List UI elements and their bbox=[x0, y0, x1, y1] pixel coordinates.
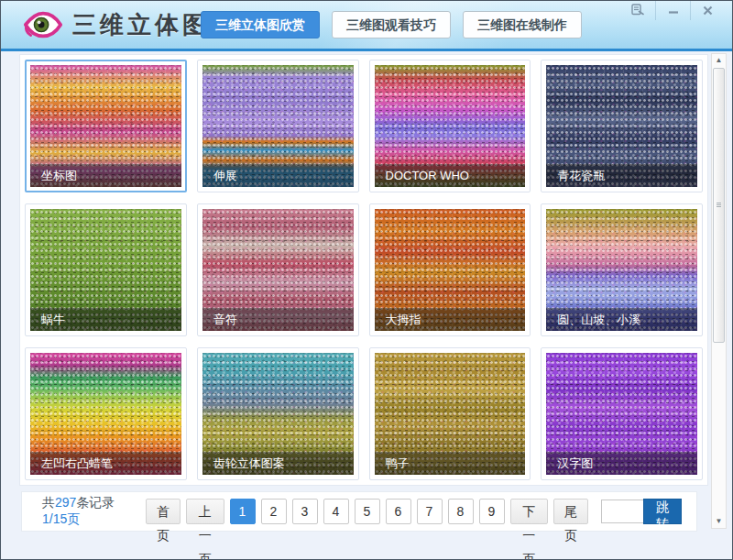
gallery-item-label: 齿轮立体图案 bbox=[202, 452, 354, 475]
pagination-bar: 共297条记录1/15页 首页 上一页 123456789 下一页 尾页 跳转 bbox=[21, 491, 697, 532]
jump-group: 跳转 bbox=[601, 499, 682, 524]
stereogram-thumb: 鸭子 bbox=[375, 353, 526, 475]
window-controls bbox=[620, 1, 725, 20]
gallery-item-label: 音符 bbox=[202, 308, 354, 331]
gallery-item-label: 伸展 bbox=[202, 164, 354, 187]
vertical-scrollbar[interactable]: ▲ ▼ bbox=[711, 53, 727, 529]
stereogram-thumb: 音符 bbox=[202, 209, 354, 331]
gallery-item[interactable]: 左凹右凸蜡笔 bbox=[25, 347, 187, 480]
gallery-item[interactable]: 大拇指 bbox=[369, 203, 531, 336]
titlebar: 三维立体图 三维立体图欣赏 三维图观看技巧 三维图在线制作 bbox=[1, 1, 732, 49]
app-window: { "window": { "title_text": "三维立体图" }, "… bbox=[0, 0, 733, 560]
stereogram-thumb: 伸展 bbox=[202, 65, 354, 187]
gallery-item[interactable]: 蜗牛 bbox=[25, 203, 187, 336]
page-button-4[interactable]: 4 bbox=[323, 499, 349, 524]
page-button-5[interactable]: 5 bbox=[355, 499, 380, 524]
gallery-item-label: DOCTOR WHO bbox=[375, 164, 526, 187]
gallery-panel: 坐标图 伸展 DOCTOR WHO 青花瓷瓶 蜗牛 音符 大拇指 圆、山坡、小溪… bbox=[19, 54, 708, 486]
minimize-button[interactable] bbox=[655, 1, 690, 20]
gallery-item[interactable]: 齿轮立体图案 bbox=[197, 347, 359, 480]
gallery-grid: 坐标图 伸展 DOCTOR WHO 青花瓷瓶 蜗牛 音符 大拇指 圆、山坡、小溪… bbox=[23, 58, 705, 482]
tab-bar: 三维立体图欣赏 三维图观看技巧 三维图在线制作 bbox=[201, 11, 582, 38]
stereogram-thumb: 大拇指 bbox=[375, 209, 526, 331]
tab-online-maker[interactable]: 三维图在线制作 bbox=[463, 11, 582, 38]
stereogram-thumb: 齿轮立体图案 bbox=[202, 353, 354, 475]
page-button-7[interactable]: 7 bbox=[417, 499, 443, 524]
feedback-button[interactable] bbox=[620, 1, 655, 20]
close-button[interactable] bbox=[690, 1, 725, 20]
summary-suffix: 条记录 bbox=[76, 495, 115, 510]
last-page-button[interactable]: 尾页 bbox=[553, 499, 588, 524]
jump-page-input[interactable] bbox=[601, 500, 643, 523]
gallery-item-label: 蜗牛 bbox=[30, 308, 181, 331]
stereogram-thumb: 圆、山坡、小溪 bbox=[546, 209, 697, 331]
gallery-item[interactable]: 鸭子 bbox=[369, 347, 531, 480]
stereogram-thumb: DOCTOR WHO bbox=[375, 65, 526, 187]
notes-icon bbox=[631, 3, 644, 19]
gallery-item[interactable]: DOCTOR WHO bbox=[369, 60, 531, 192]
page-button-1[interactable]: 1 bbox=[230, 499, 256, 524]
pager: 首页 上一页 123456789 下一页 尾页 跳转 bbox=[146, 499, 682, 524]
gallery-item-label: 青花瓷瓶 bbox=[546, 164, 697, 187]
gallery-item-label: 左凹右凸蜡笔 bbox=[30, 452, 181, 475]
scrollbar-grip-icon bbox=[717, 203, 721, 207]
stereogram-thumb: 左凹右凸蜡笔 bbox=[30, 353, 181, 475]
page-button-3[interactable]: 3 bbox=[292, 499, 318, 524]
gallery-item[interactable]: 汉字图 bbox=[541, 347, 703, 480]
scroll-up-arrow-icon[interactable]: ▲ bbox=[712, 54, 726, 67]
scrollbar-thumb[interactable] bbox=[713, 68, 725, 343]
jump-button[interactable]: 跳转 bbox=[643, 499, 682, 524]
gallery-item[interactable]: 圆、山坡、小溪 bbox=[541, 203, 703, 336]
app-logo-eye-icon bbox=[23, 10, 63, 39]
summary-prefix: 共 bbox=[42, 495, 55, 510]
record-count: 297 bbox=[55, 495, 76, 510]
page-number-list: 123456789 bbox=[230, 499, 505, 524]
close-icon bbox=[703, 3, 713, 19]
app-title: 三维立体图 bbox=[72, 9, 210, 41]
gallery-item[interactable]: 音符 bbox=[197, 203, 359, 336]
gallery-item-label: 圆、山坡、小溪 bbox=[546, 308, 697, 331]
page-button-6[interactable]: 6 bbox=[386, 499, 411, 524]
gallery-item-label: 坐标图 bbox=[30, 164, 181, 187]
first-page-button[interactable]: 首页 bbox=[146, 499, 181, 524]
gallery-item-label: 汉字图 bbox=[546, 452, 697, 475]
record-summary: 共297条记录1/15页 bbox=[42, 495, 146, 528]
scroll-down-arrow-icon[interactable]: ▼ bbox=[712, 515, 726, 528]
prev-page-button[interactable]: 上一页 bbox=[186, 499, 224, 524]
gallery-item[interactable]: 坐标图 bbox=[25, 60, 187, 192]
stereogram-thumb: 蜗牛 bbox=[30, 209, 181, 331]
header-separator bbox=[1, 49, 732, 51]
tab-gallery[interactable]: 三维立体图欣赏 bbox=[201, 11, 320, 38]
page-button-9[interactable]: 9 bbox=[479, 499, 505, 524]
minimize-icon bbox=[668, 3, 679, 19]
page-indicator: 1/15页 bbox=[42, 511, 80, 526]
page-button-2[interactable]: 2 bbox=[261, 499, 287, 524]
gallery-item[interactable]: 伸展 bbox=[197, 60, 359, 192]
stereogram-thumb: 青花瓷瓶 bbox=[546, 65, 697, 187]
tab-viewing-tips[interactable]: 三维图观看技巧 bbox=[332, 11, 451, 38]
gallery-item[interactable]: 青花瓷瓶 bbox=[541, 60, 703, 192]
next-page-button[interactable]: 下一页 bbox=[510, 499, 548, 524]
stereogram-thumb: 坐标图 bbox=[30, 65, 181, 187]
stereogram-thumb: 汉字图 bbox=[546, 353, 697, 475]
gallery-item-label: 鸭子 bbox=[375, 452, 526, 475]
page-button-8[interactable]: 8 bbox=[448, 499, 474, 524]
gallery-item-label: 大拇指 bbox=[375, 308, 526, 331]
